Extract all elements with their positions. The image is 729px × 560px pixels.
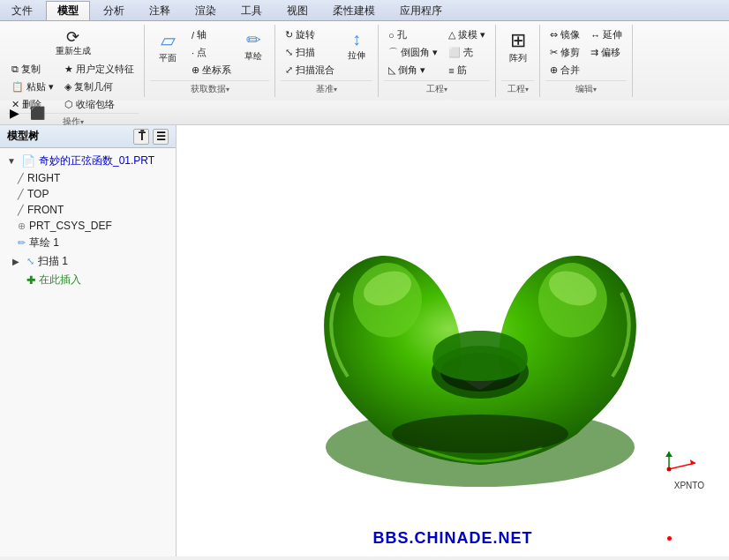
viewport[interactable]: XPNTO BBS.CHINADE.NET bbox=[177, 125, 729, 556]
btn-user-defined[interactable]: ★用户定义特征 bbox=[60, 61, 139, 78]
tree-item-top[interactable]: ╱ TOP bbox=[0, 186, 176, 202]
tree-item-csys-label: PRT_CSYS_DEF bbox=[29, 220, 112, 232]
btn-point[interactable]: ·点 bbox=[187, 44, 236, 61]
tree-item-insert[interactable]: ✚ 在此插入 bbox=[0, 271, 176, 289]
btn-sweep[interactable]: ⤡扫描 bbox=[281, 44, 339, 61]
tab-analysis[interactable]: 分析 bbox=[92, 1, 136, 20]
btn-paste[interactable]: 📋粘贴 ▾ bbox=[7, 78, 58, 95]
btn-fillet[interactable]: ⌒倒圆角 ▾ bbox=[384, 44, 442, 61]
tab-flex[interactable]: 柔性建模 bbox=[321, 1, 387, 20]
root-icon: 📄 bbox=[21, 154, 35, 168]
group-get-data-label: 获取数据 ▾ bbox=[150, 80, 269, 97]
tree-item-insert-label: 在此插入 bbox=[39, 273, 81, 287]
tab-tools[interactable]: 工具 bbox=[229, 1, 274, 20]
btn-sketch[interactable]: ✏ 草绘 bbox=[237, 26, 269, 65]
svg-point-10 bbox=[667, 467, 672, 472]
btn-plane[interactable]: ▱ 平面 bbox=[150, 26, 185, 67]
tab-view[interactable]: 视图 bbox=[275, 1, 319, 20]
btn-shrinkwrap[interactable]: ⬡收缩包络 bbox=[60, 96, 139, 113]
group-edit-label: 编辑 ▾ bbox=[545, 80, 627, 97]
model-tree-title: 模型树 bbox=[7, 129, 39, 144]
tab-file[interactable]: 文件 bbox=[0, 1, 44, 20]
group-edit: ⇔镜像 ✂修剪 ⊕合并 ↔延伸 ⇉偏移 编辑 ▾ bbox=[540, 25, 633, 97]
btn-pattern[interactable]: ⊞ 阵列 bbox=[502, 26, 534, 67]
svg-marker-7 bbox=[690, 459, 695, 465]
group-shape: ○孔 ⌒倒圆角 ▾ ◺倒角 ▾ △拔模 ▾ ⬜壳 ≡筋 工程 ▾ bbox=[379, 25, 496, 97]
btn-merge[interactable]: ⊕合并 bbox=[545, 62, 584, 78]
tree-item-front[interactable]: ╱ FRONT bbox=[0, 202, 176, 218]
btn-rib[interactable]: ≡筋 bbox=[444, 62, 490, 78]
model-tree-icons: T̄ ☰ bbox=[133, 129, 169, 145]
btn-axis[interactable]: /轴 bbox=[187, 26, 236, 43]
tree-item-sweep1[interactable]: ▶ ⤡ 扫描 1 bbox=[0, 252, 176, 271]
group-datum: ↻旋转 ⤡扫描 ⤢扫描混合 ↕ 拉伸 基准 ▾ bbox=[275, 25, 379, 97]
btn-shell[interactable]: ⬜壳 bbox=[444, 44, 490, 61]
tree-item-sketch1[interactable]: ✏ 草绘 1 bbox=[0, 234, 176, 252]
tab-annotation[interactable]: 注释 bbox=[138, 1, 182, 20]
group-shape-label: 工程 ▾ bbox=[384, 80, 490, 97]
btn-rotate[interactable]: ↻旋转 bbox=[281, 26, 339, 43]
toolbar-btn-2[interactable]: ⬛ bbox=[26, 103, 48, 123]
3d-model-svg bbox=[268, 174, 692, 509]
left-panel: 模型树 T̄ ☰ ▼ 📄 奇妙的正弦函数_01.PRT ╱ RIGHT ╱ TO… bbox=[0, 125, 177, 556]
tree-settings-icon[interactable]: T̄ bbox=[133, 129, 149, 145]
tree-item-sketch1-label: 草绘 1 bbox=[29, 235, 59, 250]
tree-filter-icon[interactable]: ☰ bbox=[153, 129, 169, 145]
axis-indicator: XPNTO bbox=[651, 447, 704, 490]
btn-copy[interactable]: ⧉复制 bbox=[7, 61, 58, 78]
main-area: 模型树 T̄ ☰ ▼ 📄 奇妙的正弦函数_01.PRT ╱ RIGHT ╱ TO… bbox=[0, 125, 729, 556]
btn-copy-geom[interactable]: ◈复制几何 bbox=[60, 78, 139, 95]
group-datum-label: 基准 ▾ bbox=[281, 80, 372, 97]
btn-extend[interactable]: ↔延伸 bbox=[586, 26, 627, 43]
model-tree-content: ▼ 📄 奇妙的正弦函数_01.PRT ╱ RIGHT ╱ TOP ╱ FRONT bbox=[0, 148, 176, 556]
tree-item-top-label: TOP bbox=[27, 188, 49, 200]
tree-item-sweep1-label: 扫描 1 bbox=[38, 254, 68, 269]
tree-item-root-label: 奇妙的正弦函数_01.PRT bbox=[39, 153, 154, 168]
ribbon-tabs: 文件 模型 分析 注释 渲染 工具 视图 柔性建模 应用程序 bbox=[0, 0, 729, 21]
toolbar-btn-1[interactable]: ▶ bbox=[4, 103, 25, 123]
ribbon-content: ⟳ 重新生成 ⧉复制 📋粘贴 ▾ ✕删除 ★用户定义特征 ◈复制几何 ⬡收缩包络… bbox=[0, 21, 729, 101]
btn-coords[interactable]: ⊕坐标系 bbox=[187, 62, 236, 78]
tab-render[interactable]: 渲染 bbox=[184, 1, 228, 20]
group-operations: ⟳ 重新生成 ⧉复制 📋粘贴 ▾ ✕删除 ★用户定义特征 ◈复制几何 ⬡收缩包络… bbox=[2, 25, 145, 97]
btn-sweep-blend[interactable]: ⤢扫描混合 bbox=[281, 62, 339, 78]
watermark: BBS.CHINADE.NET bbox=[372, 529, 532, 548]
tree-item-front-label: FRONT bbox=[27, 204, 64, 216]
tree-item-right-label: RIGHT bbox=[27, 172, 60, 184]
svg-point-5 bbox=[392, 414, 568, 453]
svg-marker-9 bbox=[665, 452, 673, 457]
tab-app[interactable]: 应用程序 bbox=[388, 1, 454, 20]
tree-item-csys[interactable]: ⊕ PRT_CSYS_DEF bbox=[0, 218, 176, 234]
btn-mirror[interactable]: ⇔镜像 bbox=[545, 26, 584, 43]
model-tree-header: 模型树 T̄ ☰ bbox=[0, 125, 176, 148]
watermark-dot bbox=[667, 536, 672, 541]
btn-chamfer[interactable]: ◺倒角 ▾ bbox=[384, 62, 442, 78]
tab-model[interactable]: 模型 bbox=[46, 1, 90, 20]
tree-item-right[interactable]: ╱ RIGHT bbox=[0, 170, 176, 186]
tree-item-root[interactable]: ▼ 📄 奇妙的正弦函数_01.PRT bbox=[0, 152, 176, 170]
btn-offset[interactable]: ⇉偏移 bbox=[586, 44, 627, 61]
group-array: ⊞ 阵列 工程 ▾ bbox=[496, 25, 540, 97]
btn-trim[interactable]: ✂修剪 bbox=[545, 44, 584, 61]
btn-draft[interactable]: △拔模 ▾ bbox=[444, 26, 490, 43]
btn-hole[interactable]: ○孔 bbox=[384, 26, 442, 43]
btn-extrude[interactable]: ↕ 拉伸 bbox=[341, 26, 372, 64]
btn-regenerate[interactable]: ⟳ 重新生成 bbox=[7, 26, 139, 60]
group-get-data: ▱ 平面 /轴 ·点 ⊕坐标系 ✏ 草绘 获取数据 ▾ bbox=[145, 25, 275, 97]
group-array-label: 工程 ▾ bbox=[501, 80, 534, 97]
